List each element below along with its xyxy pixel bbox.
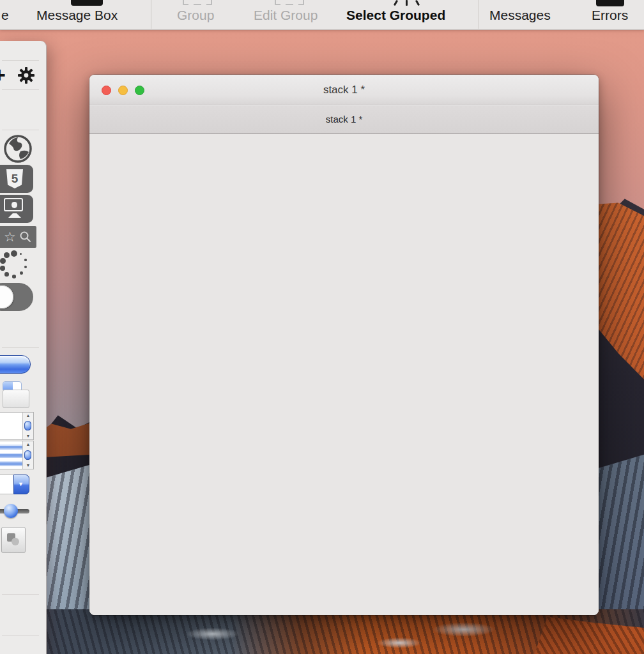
- edit-group-icon: [275, 0, 304, 5]
- image-area-tool[interactable]: [1, 527, 26, 553]
- palette-divider: [2, 89, 39, 90]
- toolbar-item-partial[interactable]: e: [1, 6, 9, 25]
- toolbar-item-messages[interactable]: Messages: [489, 6, 551, 25]
- star-icon: ☆: [4, 229, 16, 245]
- tools-palette: +: [0, 41, 47, 654]
- gear-icon[interactable]: [18, 67, 34, 84]
- select-grouped-icon: [392, 0, 422, 6]
- toolbar-separator: [479, 0, 479, 29]
- slider-thumb[interactable]: [4, 504, 18, 518]
- scrolling-field-tool[interactable]: ▲ ▼: [0, 412, 34, 440]
- player-widget-icon[interactable]: [0, 195, 33, 223]
- scrollbar: ▲ ▼: [22, 441, 33, 469]
- push-button-tool[interactable]: [0, 355, 31, 374]
- slider-tool[interactable]: [0, 503, 31, 519]
- window-title: stack 1 *: [89, 75, 599, 105]
- palette-divider: [2, 347, 39, 348]
- toolbar-item-select-grouped[interactable]: Select Grouped: [346, 6, 445, 25]
- stack-tab[interactable]: stack 1 *: [89, 105, 599, 133]
- navigation-bar-widget-icon[interactable]: ☆: [0, 226, 36, 248]
- palette-divider: [2, 635, 39, 635]
- message-box-icon: [71, 0, 103, 6]
- switch-knob: [0, 285, 13, 308]
- palette-divider: [2, 60, 39, 61]
- scrollbar: ▲ ▼: [22, 413, 33, 439]
- dropdown-arrow-icon: [13, 475, 29, 494]
- group-icon: [183, 0, 212, 5]
- combo-box-tool[interactable]: [0, 475, 29, 494]
- html5-shield-icon: 5: [6, 169, 23, 188]
- toolbar-item-message-box[interactable]: Message Box: [36, 6, 118, 25]
- tab-panel-tool[interactable]: [3, 381, 29, 408]
- browser-widget-icon[interactable]: [3, 134, 33, 164]
- list-field-tool[interactable]: ▲ ▼: [0, 441, 34, 469]
- html5-widget-icon[interactable]: 5: [0, 165, 33, 193]
- busy-indicator-widget-icon[interactable]: [0, 250, 29, 282]
- palette-divider: [2, 594, 39, 595]
- toolbar-item-edit-group[interactable]: Edit Group: [254, 6, 318, 25]
- monitor-icon: [4, 198, 26, 220]
- toolbar-separator: [151, 0, 151, 29]
- stack-canvas[interactable]: [89, 134, 599, 615]
- desktop: e Message Box Group Edit Group Select Gr…: [0, 0, 644, 654]
- toolbar-item-group[interactable]: Group: [177, 6, 214, 25]
- main-toolbar: e Message Box Group Edit Group Select Gr…: [0, 0, 644, 30]
- stack-window: stack 1 * stack 1 *: [89, 75, 599, 615]
- switch-widget-icon[interactable]: [0, 283, 33, 311]
- apple-logo-icon: [12, 202, 17, 208]
- add-icon[interactable]: +: [0, 64, 6, 86]
- palette-divider: [2, 130, 39, 130]
- search-icon: [19, 231, 32, 246]
- stack-tabbar: stack 1 *: [89, 105, 599, 134]
- window-titlebar[interactable]: stack 1 *: [89, 75, 599, 105]
- toolbar-item-errors[interactable]: Errors: [592, 6, 628, 25]
